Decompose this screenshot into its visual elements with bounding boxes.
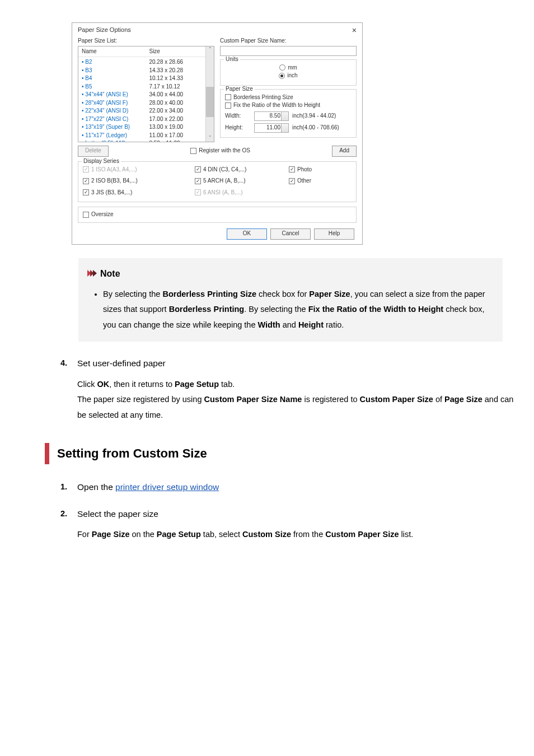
dialog-titlebar: Paper Size Options × (72, 23, 362, 38)
series-label: 6 ANSI (A, B,...) (203, 189, 243, 197)
series-label: 3 JIS (B3, B4,...) (91, 189, 132, 197)
units-legend: Units (224, 56, 240, 63)
chevron-down-icon[interactable]: ˅ (206, 135, 214, 141)
series-checkbox[interactable] (195, 189, 201, 195)
width-label: Width: (225, 113, 251, 120)
series-checkbox[interactable] (83, 189, 89, 195)
scrollbar-thumb[interactable] (206, 87, 214, 117)
note-title: Note (100, 266, 120, 281)
ok-button[interactable]: OK (227, 228, 267, 240)
register-os-label: Register with the OS (199, 147, 250, 155)
radio-inch-label: inch (287, 72, 297, 80)
borderless-label: Borderless Printing Size (233, 94, 293, 101)
radio-inch[interactable] (279, 73, 285, 79)
oversize-label: Oversize (91, 211, 113, 218)
paper-size-list-label: Paper Size List: (78, 38, 214, 45)
step-title: Set user-defined paper (77, 356, 518, 371)
note-bullet: By selecting the Borderless Printing Siz… (103, 287, 494, 333)
list-item: • B314.33 x 20.28 (78, 67, 214, 75)
series-checkbox[interactable] (289, 178, 295, 184)
series-label: Other (297, 178, 311, 185)
step-title: Select the paper size (77, 507, 413, 521)
list-header: Name Size (78, 46, 214, 58)
delete-button[interactable]: Delete (78, 146, 109, 157)
paper-size-options-dialog: Paper Size Options × Paper Size List: Na… (72, 22, 363, 245)
step-number: 4. (60, 356, 72, 423)
fix-ratio-label: Fix the Ratio of the Width to Height (233, 102, 320, 109)
series-checkbox[interactable] (289, 166, 295, 172)
oversize-checkbox[interactable] (83, 212, 89, 218)
dialog-title: Paper Size Options (78, 26, 131, 34)
chevrons-icon (87, 270, 96, 277)
display-series-fieldset: Display Series 1 ISO A(A3, A4,...) 4 DIN… (78, 161, 357, 203)
series-label: Photo (297, 166, 312, 174)
paper-size-listbox[interactable]: Name Size • B220.28 x 28.66 • B314.33 x … (78, 46, 214, 142)
step4-paragraph: Click OK, then it returns to Page Setup … (77, 377, 518, 423)
height-stepper[interactable]: 11.00 (254, 123, 289, 133)
list-item: • 28"x40" (ANSI F)28.00 x 40.00 (78, 99, 214, 108)
step-number: 1. (60, 480, 72, 494)
step-2: 2. Select the paper size For Page Size o… (60, 507, 518, 543)
list-item: • 11"x17" (Ledger)11.00 x 17.00 (78, 132, 214, 140)
dialog-footer: OK Cancel Help (78, 228, 357, 240)
width-stepper[interactable]: 8.50 (254, 111, 289, 121)
oversize-group: Oversize (78, 207, 357, 223)
series-checkbox[interactable] (83, 178, 89, 184)
printer-driver-setup-link[interactable]: printer driver setup window (115, 482, 219, 492)
radio-mm-label: mm (288, 64, 297, 72)
col-size: Size (149, 48, 210, 55)
list-item: • B220.28 x 28.66 (78, 58, 214, 67)
series-label: 2 ISO B(B3, B4,...) (91, 178, 138, 185)
list-item: • 22"x34" (ANSI D)22.00 x 34.00 (78, 107, 214, 115)
add-button[interactable]: Add (332, 146, 357, 157)
height-label: Height: (225, 124, 251, 132)
close-icon[interactable]: × (352, 26, 357, 34)
custom-name-input[interactable] (220, 46, 357, 56)
help-button[interactable]: Help (314, 228, 354, 240)
list-item: • Letter (8.5"x11")8.50 x 11.00 (78, 139, 214, 142)
series-checkbox[interactable] (83, 166, 89, 172)
step2-paragraph: For Page Size on the Page Setup tab, sel… (77, 527, 413, 543)
list-rows: • B220.28 x 28.66 • B314.33 x 20.28 • B4… (78, 57, 214, 142)
step-1: 1. Open the printer driver setup window (60, 480, 518, 494)
section-heading: Setting from Custom Size (45, 443, 518, 464)
list-item: • 17"x22" (ANSI C)17.00 x 22.00 (78, 115, 214, 124)
series-label: 1 ISO A(A3, A4,...) (91, 166, 137, 174)
radio-mm[interactable] (279, 64, 285, 71)
list-item: • B410.12 x 14.33 (78, 74, 214, 83)
step-title: Open the printer driver setup window (77, 480, 219, 494)
borderless-checkbox[interactable] (225, 94, 231, 100)
series-label: 5 ARCH (A, B,...) (203, 178, 246, 185)
cancel-button[interactable]: Cancel (270, 228, 311, 240)
series-checkbox[interactable] (195, 178, 201, 184)
note-heading: Note (87, 266, 494, 281)
register-os-checkbox[interactable] (190, 148, 196, 154)
units-fieldset: Units mm inch (220, 59, 357, 86)
col-name: Name (82, 48, 149, 55)
list-item: • B57.17 x 10.12 (78, 83, 214, 91)
height-range: inch(4.00 - 708.66) (292, 124, 339, 132)
series-label: 4 DIN (C3, C4,...) (203, 166, 246, 174)
list-item: • 34"x44" (ANSI E)34.00 x 44.00 (78, 91, 214, 99)
scrollbar[interactable]: ˄ ˅ (205, 46, 214, 142)
paper-size-legend: Paper Size (224, 86, 255, 93)
note-callout: Note By selecting the Borderless Printin… (78, 258, 503, 342)
width-range: inch(3.94 - 44.02) (292, 113, 336, 120)
step-4: 4. Set user-defined paper Click OK, then… (60, 356, 518, 423)
chevron-up-icon[interactable]: ˄ (206, 46, 214, 53)
list-item: • 13"x19" (Super B)13.00 x 19.00 (78, 123, 214, 132)
series-checkbox[interactable] (195, 166, 201, 172)
step-number: 2. (60, 507, 72, 543)
paper-size-fieldset: Paper Size Borderless Printing Size Fix … (220, 89, 357, 138)
display-series-legend: Display Series (82, 158, 121, 165)
fix-ratio-checkbox[interactable] (225, 102, 231, 109)
custom-name-label: Custom Paper Size Name: (220, 38, 357, 45)
